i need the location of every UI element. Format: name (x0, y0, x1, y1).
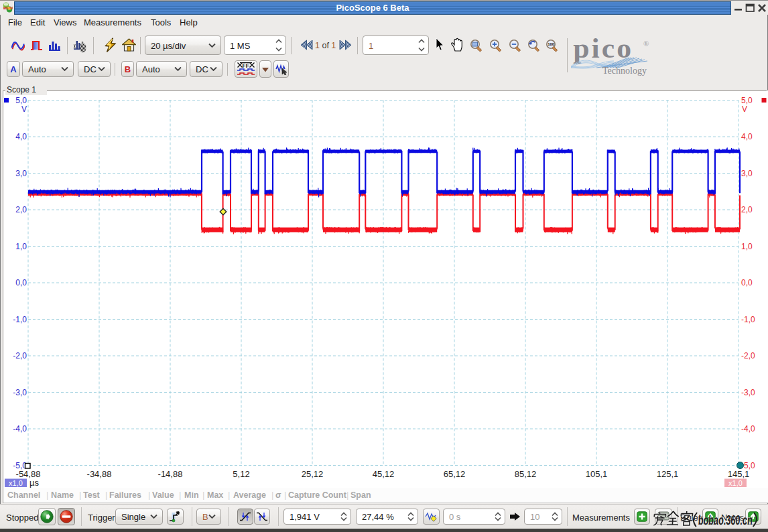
svg-text:BETA: BETA (3, 6, 13, 10)
svg-text:2,0: 2,0 (15, 205, 27, 214)
svg-text:145,1: 145,1 (728, 469, 750, 479)
svg-text:1,0: 1,0 (15, 242, 27, 251)
svg-text:-1,0: -1,0 (13, 315, 27, 324)
svg-text:-1,0: -1,0 (741, 315, 755, 324)
svg-text:FF: FF (243, 62, 249, 69)
svg-text:x1,0: x1,0 (9, 479, 23, 487)
svg-text:5,0: 5,0 (741, 96, 753, 105)
svg-text:V: V (742, 105, 747, 114)
svg-text:5,0: 5,0 (15, 96, 27, 105)
svg-text:-3,0: -3,0 (741, 388, 755, 397)
svg-text:-34,88: -34,88 (87, 469, 112, 479)
svg-text:125,1: 125,1 (657, 469, 679, 479)
svg-text:-14,88: -14,88 (158, 469, 183, 479)
svg-text:µs: µs (29, 478, 39, 488)
svg-text:x1,0: x1,0 (728, 479, 743, 487)
svg-text:0,0: 0,0 (741, 278, 753, 287)
svg-text:V: V (21, 105, 27, 114)
svg-text:-2,0: -2,0 (13, 351, 27, 360)
svg-text:-4,0: -4,0 (741, 424, 755, 434)
svg-text:3,0: 3,0 (15, 169, 27, 178)
svg-text:®: ® (643, 40, 649, 48)
svg-text:25,12: 25,12 (302, 469, 324, 479)
svg-text:4,0: 4,0 (741, 132, 753, 141)
svg-text:-3,0: -3,0 (13, 388, 27, 397)
svg-text:3,0: 3,0 (741, 169, 753, 178)
svg-text:-4,0: -4,0 (13, 424, 27, 434)
svg-text:Technology: Technology (602, 66, 647, 76)
svg-text:65,12: 65,12 (444, 469, 466, 479)
svg-text:105,1: 105,1 (586, 469, 608, 479)
svg-text:1,0: 1,0 (741, 242, 753, 251)
svg-text:-2,0: -2,0 (741, 351, 755, 360)
svg-text:45,12: 45,12 (373, 469, 395, 479)
svg-text:2,0: 2,0 (741, 205, 753, 214)
svg-text:4,0: 4,0 (15, 132, 27, 141)
svg-text:100: 100 (548, 42, 555, 46)
svg-text:0,0: 0,0 (15, 278, 27, 287)
svg-text:pico: pico (573, 37, 633, 64)
svg-text:5,12: 5,12 (233, 469, 249, 479)
svg-text:bobao.360.cn: bobao.360.cn (698, 513, 753, 527)
svg-text:85,12: 85,12 (515, 469, 537, 479)
